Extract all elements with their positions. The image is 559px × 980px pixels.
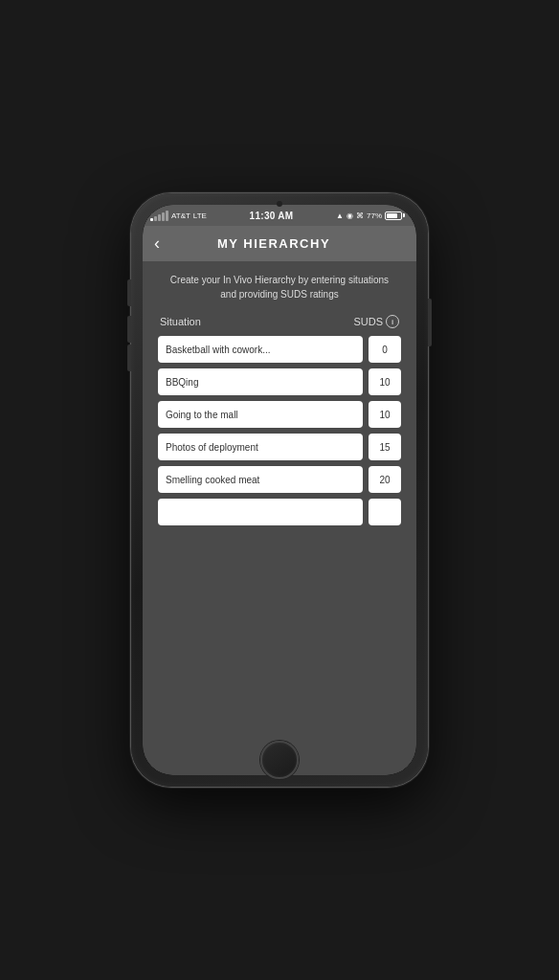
suds-info-icon[interactable]: i	[386, 315, 399, 328]
column-suds-label: SUDS i	[353, 315, 399, 328]
page-title: MY HIERARCHY	[166, 236, 382, 251]
situation-input-1[interactable]	[158, 368, 363, 395]
signal-dot-3	[158, 214, 161, 221]
table-row	[158, 466, 401, 493]
nav-bar: ‹ MY HIERARCHY	[143, 226, 416, 261]
battery-indicator	[385, 212, 405, 220]
status-right: ▲ ◉ ⌘ 77%	[336, 212, 405, 220]
suds-input-1[interactable]	[369, 368, 401, 395]
info-icon-label: i	[391, 318, 393, 326]
signal-dot-2	[154, 216, 157, 221]
network-label: LTE	[193, 212, 207, 220]
table-row	[158, 434, 401, 460]
column-situation-label: Situation	[160, 316, 201, 327]
suds-input-3[interactable]	[369, 434, 401, 460]
status-bar: AT&T LTE 11:30 AM ▲ ◉ ⌘ 77%	[143, 205, 416, 226]
app-screen: AT&T LTE 11:30 AM ▲ ◉ ⌘ 77%	[143, 205, 416, 775]
suds-input-4[interactable]	[369, 466, 401, 493]
situation-input-5[interactable]	[158, 499, 363, 525]
situation-input-3[interactable]	[158, 434, 363, 460]
status-left: AT&T LTE	[150, 211, 207, 221]
table-header: Situation SUDS i	[158, 315, 401, 328]
suds-input-5[interactable]	[369, 499, 401, 525]
signal-dot-1	[150, 218, 153, 221]
bluetooth-icon: ⌘	[356, 212, 364, 220]
suds-input-0[interactable]	[369, 336, 401, 363]
suds-input-2[interactable]	[369, 401, 401, 428]
content-area: Create your In Vivo Hierarchy by enterin…	[143, 261, 416, 775]
signal-dot-5	[166, 211, 168, 221]
signal-dot-4	[162, 212, 165, 221]
carrier-label: AT&T	[171, 212, 190, 220]
back-button[interactable]: ‹	[154, 232, 166, 256]
signal-dots	[150, 211, 168, 221]
battery-fill	[387, 213, 397, 218]
situation-input-0[interactable]	[158, 336, 363, 363]
battery-body	[385, 212, 402, 220]
camera-dot	[277, 201, 282, 207]
table-row	[158, 368, 401, 395]
status-time: 11:30 AM	[250, 211, 294, 221]
situation-input-2[interactable]	[158, 401, 363, 428]
phone-frame: AT&T LTE 11:30 AM ▲ ◉ ⌘ 77%	[131, 193, 428, 787]
phone-screen: AT&T LTE 11:30 AM ▲ ◉ ⌘ 77%	[143, 205, 416, 775]
hierarchy-rows	[158, 336, 401, 525]
situation-input-4[interactable]	[158, 466, 363, 493]
alarm-icon: ◉	[347, 212, 353, 220]
suds-text: SUDS	[353, 316, 383, 327]
table-row	[158, 336, 401, 363]
battery-tip	[403, 213, 405, 217]
home-button[interactable]	[260, 741, 299, 779]
location-icon: ▲	[336, 212, 344, 220]
table-row	[158, 499, 401, 525]
description-text: Create your In Vivo Hierarchy by enterin…	[158, 273, 401, 301]
table-row	[158, 401, 401, 428]
battery-pct-label: 77%	[367, 212, 382, 220]
